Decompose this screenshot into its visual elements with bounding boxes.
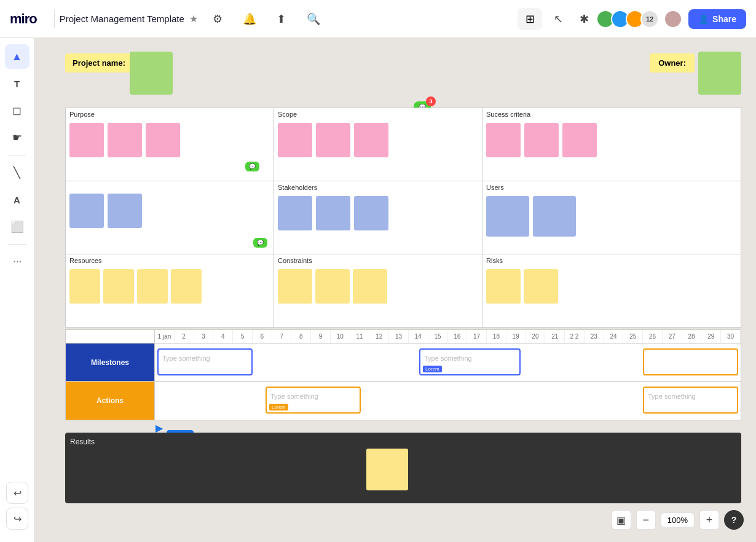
upload-icon[interactable]: ⬆: [272, 9, 291, 29]
text-tool[interactable]: T: [5, 71, 30, 96]
star-icon[interactable]: ★: [189, 13, 198, 25]
date-9: 9: [311, 330, 331, 343]
line-tool[interactable]: ╲: [5, 160, 30, 185]
redo-button[interactable]: ↪: [6, 508, 28, 530]
cursor-icon[interactable]: ✱: [574, 9, 594, 29]
zoom-in-button[interactable]: +: [699, 510, 719, 530]
actions-label-cell: Actions: [66, 382, 155, 420]
bottom-left: ↩ ↪: [6, 482, 28, 530]
pen-tool[interactable]: A: [5, 187, 30, 212]
sticky-blue-5: [354, 196, 388, 230]
msg-bubble-2[interactable]: 💬: [253, 238, 267, 248]
purpose-label: Purpose: [66, 108, 274, 120]
milestones-label-cell: Milestones: [66, 344, 155, 381]
msg-bubble-1[interactable]: 💬: [245, 162, 259, 171]
panels-button[interactable]: ▣: [612, 510, 631, 530]
timeline: 1 jan 2 3 4 5 6 7 8 9 10 11 12 13 14 15 …: [65, 329, 741, 420]
resources-section: Resources: [65, 254, 274, 328]
sticky-pink-1: [69, 123, 104, 157]
date-24: 24: [604, 330, 624, 343]
date-19: 19: [506, 330, 526, 343]
constraints-stickies: [274, 267, 482, 306]
sticky-yellow-3: [137, 269, 168, 304]
results-label: Results: [70, 438, 736, 446]
action-input-1[interactable]: Type something Lorem: [266, 387, 361, 414]
avatar-count: 12: [640, 10, 659, 28]
actions-row: Actions Type something Lorem Type someth…: [66, 382, 741, 420]
date-5: 5: [233, 330, 253, 343]
date-13: 13: [389, 330, 409, 343]
date-18: 18: [487, 330, 506, 343]
settings-icon[interactable]: ⚙: [208, 9, 227, 29]
milestone-input-3[interactable]: [643, 348, 738, 375]
hand-tool[interactable]: ☛: [5, 125, 30, 150]
lorem-badge-1: Lorem: [423, 366, 442, 372]
undo-button[interactable]: ↩: [6, 482, 28, 504]
date-25: 25: [623, 330, 643, 343]
date-1: 1 jan: [155, 330, 175, 343]
constraints-section: Constraints: [274, 254, 482, 328]
date-21: 21: [545, 330, 565, 343]
users-stickies: [482, 194, 741, 239]
notifications-icon[interactable]: 🔔: [240, 9, 259, 29]
frame-tool[interactable]: ⬜: [5, 214, 30, 239]
lorem-badge-2: Lorem: [269, 404, 288, 410]
action-input-2[interactable]: Type something: [643, 387, 738, 414]
logo: miro: [10, 11, 37, 27]
date-3: 3: [194, 330, 214, 343]
owner-label: Owner:: [650, 53, 695, 73]
sticky-yellow-9: [524, 269, 558, 304]
sticky-pink-3: [146, 123, 180, 157]
sticky-pink-9: [562, 123, 597, 157]
collaborators: 12: [600, 10, 682, 28]
project-sticky: [130, 52, 173, 95]
more-tools[interactable]: ⋯: [5, 249, 30, 274]
purpose-section: Purpose: [65, 108, 274, 181]
date-20: 20: [526, 330, 546, 343]
scope-label: Scope: [274, 108, 482, 120]
milestones-cells: Type something Type something Lorem: [155, 344, 741, 381]
users-section: Users 💡: [482, 181, 741, 254]
date-29: 29: [701, 330, 721, 343]
sticky-blue-1: [69, 194, 104, 228]
help-button[interactable]: ?: [724, 510, 744, 530]
resources-label: Resources: [66, 254, 274, 267]
date-10: 10: [331, 330, 350, 343]
stakeholders-stickies: [274, 194, 482, 233]
apps-button[interactable]: ⊞: [518, 8, 542, 30]
scope-section: Scope: [274, 108, 482, 181]
date-30: 30: [721, 330, 741, 343]
canvas: Project name: Owner: 💬 3 ▶ Sonya ▶ Katya…: [34, 38, 756, 542]
action-input-1-text: Type something: [270, 393, 318, 400]
date-14: 14: [409, 330, 428, 343]
milestone-input-1[interactable]: Type something: [157, 348, 253, 375]
share-button[interactable]: 👤 Share: [688, 9, 746, 29]
project-label: Project name:: [65, 53, 133, 73]
date-16: 16: [447, 330, 467, 343]
success-stickies: [482, 120, 741, 160]
milestone-input-2[interactable]: Type something Lorem: [419, 348, 521, 375]
separator2: [8, 244, 26, 245]
sticky-pink-6: [354, 123, 388, 157]
zoom-out-button[interactable]: −: [636, 510, 656, 530]
avatar-solo: [664, 10, 682, 28]
select-tool[interactable]: ▲: [5, 44, 30, 69]
sticky-blue-2: [108, 194, 142, 228]
arrow-pointer-icon[interactable]: ↖: [548, 9, 568, 29]
date-4: 4: [213, 330, 233, 343]
search-icon[interactable]: 🔍: [304, 9, 323, 29]
separator: [8, 155, 26, 155]
date-23: 23: [585, 330, 604, 343]
results-section: Results: [65, 433, 741, 503]
sticky-yellow-7: [353, 269, 387, 304]
divider: [54, 10, 55, 28]
date-28: 28: [682, 330, 702, 343]
sticky-blue-4: [316, 196, 350, 230]
sticky-yellow-8: [486, 269, 521, 304]
sticky-pink-5: [316, 123, 350, 157]
sticky-tool[interactable]: ◻: [5, 98, 30, 123]
share-icon: 👤: [698, 14, 709, 24]
topbar-center: ⚙ 🔔 ⬆ 🔍: [208, 9, 323, 29]
risks-label: Risks: [482, 254, 741, 267]
timeline-dates-row: 1 jan 2 3 4 5 6 7 8 9 10 11 12 13 14 15 …: [155, 330, 741, 343]
